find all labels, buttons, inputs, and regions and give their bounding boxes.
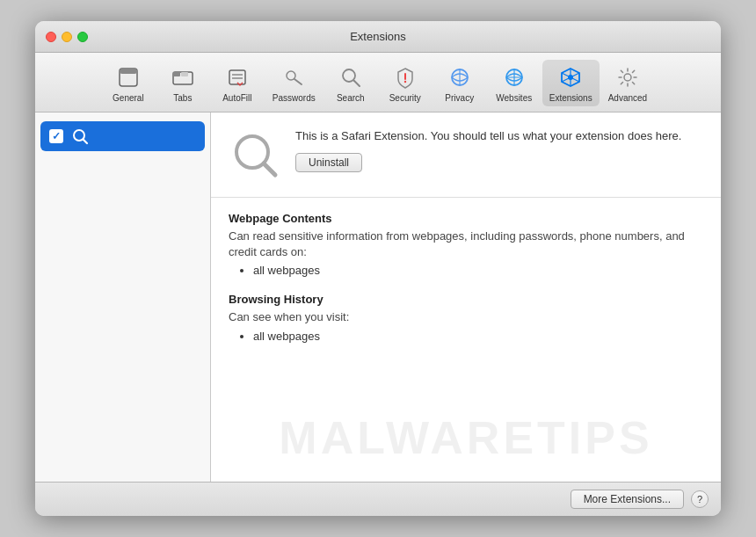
svg-line-11 bbox=[353, 81, 360, 87]
browsing-history-list: all webpages bbox=[229, 330, 703, 343]
svg-line-9 bbox=[294, 79, 302, 84]
main-content: ✓ This is bbox=[35, 112, 721, 482]
svg-rect-1 bbox=[120, 69, 137, 74]
toolbar-item-security[interactable]: Security bbox=[379, 60, 432, 106]
tabs-label: Tabs bbox=[173, 93, 192, 103]
sidebar-ext-icon bbox=[70, 127, 90, 146]
help-button[interactable]: ? bbox=[691, 490, 709, 508]
security-icon bbox=[391, 63, 419, 91]
extension-header: This is a Safari Extension. You should t… bbox=[211, 112, 721, 198]
advanced-icon bbox=[614, 63, 642, 91]
svg-point-13 bbox=[404, 81, 406, 83]
autofill-icon bbox=[223, 63, 251, 91]
extension-info: This is a Safari Extension. You should t… bbox=[295, 128, 703, 172]
passwords-icon bbox=[280, 63, 308, 91]
toolbar-item-advanced[interactable]: Advanced bbox=[601, 60, 654, 106]
sidebar: ✓ bbox=[35, 112, 211, 482]
extension-enabled-checkbox[interactable]: ✓ bbox=[49, 129, 63, 143]
svg-point-19 bbox=[568, 75, 573, 80]
toolbar: General Tabs AutoFill bbox=[35, 53, 721, 112]
more-extensions-button[interactable]: More Extensions... bbox=[571, 490, 684, 509]
privacy-icon bbox=[446, 63, 474, 91]
maximize-button[interactable] bbox=[77, 32, 88, 42]
close-button[interactable] bbox=[46, 32, 56, 42]
passwords-label: Passwords bbox=[273, 93, 316, 103]
webpage-contents-title: Webpage Contents bbox=[229, 212, 703, 225]
autofill-label: AutoFill bbox=[222, 93, 251, 103]
webpage-contents-list: all webpages bbox=[229, 264, 703, 277]
titlebar: Extensions bbox=[35, 21, 721, 53]
advanced-label: Advanced bbox=[608, 93, 647, 103]
extensions-icon bbox=[556, 63, 585, 91]
toolbar-item-tabs[interactable]: Tabs bbox=[156, 60, 209, 106]
permission-group-history: Browsing History Can see when you visit:… bbox=[229, 293, 703, 342]
svg-rect-4 bbox=[181, 72, 188, 76]
window-title: Extensions bbox=[350, 30, 406, 43]
list-item: all webpages bbox=[253, 330, 703, 343]
extension-description: This is a Safari Extension. You should t… bbox=[295, 128, 703, 144]
uninstall-button[interactable]: Uninstall bbox=[295, 153, 362, 172]
toolbar-item-websites[interactable]: Websites bbox=[488, 60, 541, 106]
sidebar-item-search-ext[interactable]: ✓ bbox=[40, 121, 205, 151]
footer: More Extensions... ? bbox=[35, 482, 721, 516]
tabs-icon bbox=[169, 63, 197, 91]
general-label: General bbox=[113, 93, 144, 103]
privacy-label: Privacy bbox=[445, 93, 474, 103]
search-icon bbox=[337, 63, 365, 91]
svg-point-20 bbox=[624, 74, 631, 81]
browsing-history-title: Browsing History bbox=[229, 293, 703, 306]
permission-group-webpage: Webpage Contents Can read sensitive info… bbox=[229, 212, 703, 277]
webpage-contents-desc: Can read sensitive information from webp… bbox=[229, 229, 703, 260]
websites-icon bbox=[500, 63, 528, 91]
svg-line-22 bbox=[84, 140, 88, 144]
extensions-label: Extensions bbox=[549, 93, 592, 103]
svg-rect-3 bbox=[173, 72, 180, 76]
toolbar-item-extensions[interactable]: Extensions bbox=[542, 60, 600, 106]
svg-rect-5 bbox=[229, 70, 245, 84]
checkmark-icon: ✓ bbox=[52, 130, 61, 142]
extension-big-icon bbox=[229, 128, 281, 181]
permissions-section: Webpage Contents Can read sensitive info… bbox=[211, 198, 721, 482]
list-item: all webpages bbox=[253, 264, 703, 277]
traffic-lights bbox=[46, 32, 88, 42]
detail-panel: This is a Safari Extension. You should t… bbox=[211, 112, 721, 482]
svg-line-24 bbox=[264, 163, 275, 175]
toolbar-item-search[interactable]: Search bbox=[324, 60, 377, 106]
minimize-button[interactable] bbox=[62, 32, 72, 42]
security-label: Security bbox=[389, 93, 421, 103]
browsing-history-desc: Can see when you visit: bbox=[229, 309, 703, 325]
general-icon bbox=[114, 63, 142, 91]
search-label: Search bbox=[337, 93, 365, 103]
websites-label: Websites bbox=[496, 93, 532, 103]
watermark: MALWARETIPS bbox=[279, 411, 652, 464]
toolbar-item-general[interactable]: General bbox=[102, 60, 155, 106]
safari-preferences-window: Extensions General Tabs bbox=[35, 21, 721, 516]
toolbar-item-passwords[interactable]: Passwords bbox=[265, 60, 323, 106]
toolbar-item-autofill[interactable]: AutoFill bbox=[211, 60, 264, 106]
toolbar-item-privacy[interactable]: Privacy bbox=[433, 60, 486, 106]
